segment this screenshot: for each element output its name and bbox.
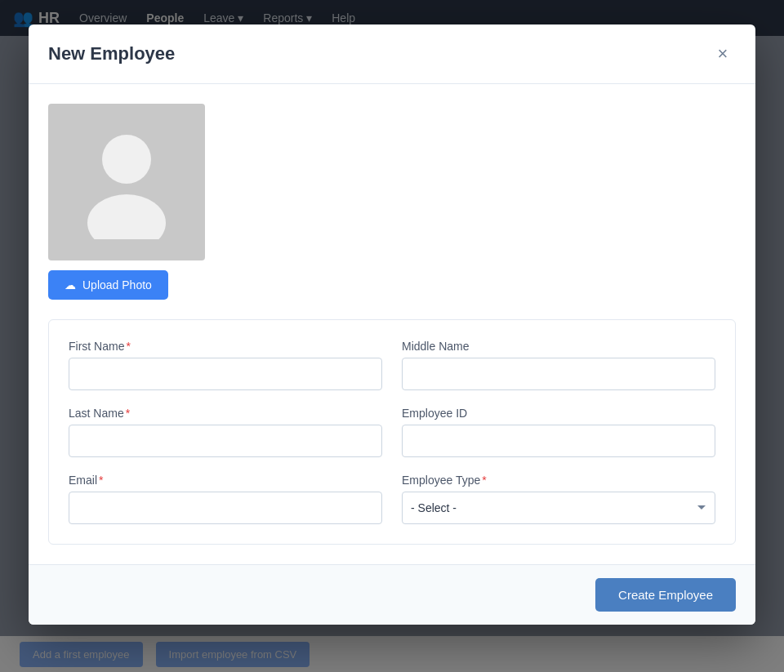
- last-name-group: Last Name*: [69, 407, 382, 457]
- email-input[interactable]: [69, 492, 382, 524]
- new-employee-modal: New Employee × ☁ Upload Photo: [29, 24, 755, 625]
- photo-section: ☁ Upload Photo: [48, 104, 736, 300]
- first-name-input[interactable]: [69, 358, 382, 390]
- email-group: Email*: [69, 474, 382, 524]
- employee-id-label: Employee ID: [402, 407, 715, 420]
- employee-form: First Name* Middle Name Last Name*: [48, 319, 736, 545]
- employee-type-group: Employee Type* - Select - Full-time Part…: [402, 474, 715, 524]
- person-silhouette-icon: [78, 125, 176, 239]
- upload-photo-label: Upload Photo: [82, 278, 152, 291]
- create-employee-button[interactable]: Create Employee: [595, 578, 736, 612]
- email-required-star: *: [99, 474, 103, 487]
- employee-id-input[interactable]: [402, 425, 715, 457]
- form-row-2: Last Name* Employee ID: [69, 407, 715, 457]
- middle-name-input[interactable]: [402, 358, 715, 390]
- form-row-1: First Name* Middle Name: [69, 340, 715, 390]
- employee-type-required-star: *: [482, 474, 486, 487]
- close-button[interactable]: ×: [710, 41, 736, 67]
- last-name-input[interactable]: [69, 425, 382, 457]
- middle-name-group: Middle Name: [402, 340, 715, 390]
- modal-body: ☁ Upload Photo First Name* Middle Name: [29, 84, 755, 564]
- modal-footer: Create Employee: [29, 564, 755, 625]
- employee-id-group: Employee ID: [402, 407, 715, 457]
- modal-overlay: New Employee × ☁ Upload Photo: [0, 0, 784, 672]
- first-name-group: First Name*: [69, 340, 382, 390]
- upload-photo-button[interactable]: ☁ Upload Photo: [48, 270, 168, 300]
- modal-title: New Employee: [48, 43, 175, 65]
- email-label: Email*: [69, 474, 382, 487]
- form-row-3: Email* Employee Type* - Select - Full-ti…: [69, 474, 715, 524]
- employee-type-label: Employee Type*: [402, 474, 715, 487]
- upload-cloud-icon: ☁: [65, 278, 76, 291]
- first-name-required-star: *: [126, 340, 130, 353]
- svg-point-1: [87, 194, 166, 239]
- photo-placeholder: [48, 104, 205, 260]
- last-name-required-star: *: [126, 407, 130, 420]
- svg-point-0: [102, 135, 151, 184]
- modal-header: New Employee ×: [29, 24, 755, 84]
- employee-type-select[interactable]: - Select - Full-time Part-time Contract …: [402, 492, 715, 524]
- last-name-label: Last Name*: [69, 407, 382, 420]
- first-name-label: First Name*: [69, 340, 382, 353]
- middle-name-label: Middle Name: [402, 340, 715, 353]
